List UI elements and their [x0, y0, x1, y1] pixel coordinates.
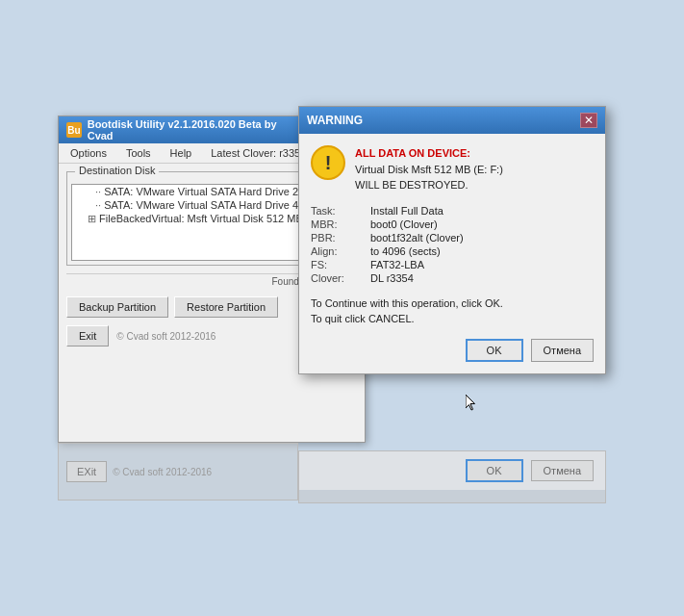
- warning-continue-text: To Continue with this operation, click O…: [311, 297, 503, 309]
- detail-task-label: Task:: [311, 205, 359, 217]
- menu-options[interactable]: Options: [66, 145, 111, 161]
- detail-task-value: Install Full Data: [370, 205, 443, 217]
- detail-mbr-label: MBR:: [311, 218, 359, 230]
- detail-align-label: Align:: [311, 245, 359, 257]
- warning-details: Task: Install Full Data MBR: boot0 (Clov…: [311, 205, 594, 284]
- warning-top-section: ! ALL DATA ON DEVICE: Virtual Disk Msft …: [311, 145, 594, 193]
- detail-task: Task: Install Full Data: [311, 205, 594, 217]
- detail-mbr: MBR: boot0 (Clover): [311, 218, 594, 230]
- detail-pbr-label: PBR:: [311, 232, 359, 244]
- detail-clover: Clover: DL r3354: [311, 272, 594, 284]
- destination-disk-label: Destination Disk: [75, 165, 159, 176]
- footer-copyright: © Cvad soft 2012-2016: [116, 331, 215, 342]
- detail-align-value: to 4096 (sects): [370, 245, 441, 257]
- ok-button[interactable]: OK: [466, 339, 523, 362]
- warning-line3: WILL BE DESTROYED.: [355, 179, 469, 191]
- warning-line2: Virtual Disk Msft 512 MB (E: F:): [355, 164, 503, 175]
- warning-title: WARNING: [307, 114, 363, 127]
- warning-highlight: ALL DATA ON DEVICE:: [355, 147, 470, 159]
- warning-footer-text: To Continue with this operation, click O…: [311, 295, 594, 327]
- warning-close-button[interactable]: ✕: [580, 113, 597, 128]
- detail-fs: FS: FAT32-LBA: [311, 259, 594, 270]
- menu-clover: Latest Clover: r3354: [207, 145, 310, 161]
- warning-icon: !: [311, 145, 345, 180]
- shadow-cancel-button: Отмена: [531, 460, 594, 481]
- backup-partition-button[interactable]: Backup Partition: [66, 296, 168, 318]
- app-icon: Bu: [66, 122, 82, 138]
- shadow-main-window: EXit © Cvad soft 2012-2016: [58, 443, 298, 500]
- warning-titlebar: WARNING ✕: [299, 107, 605, 134]
- cancel-button[interactable]: Отмена: [531, 339, 594, 362]
- menu-tools[interactable]: Tools: [122, 145, 155, 161]
- shadow-exit-button: EXit: [66, 461, 107, 482]
- detail-pbr-value: boot1f32alt (Clover): [370, 232, 464, 244]
- detail-fs-label: FS:: [311, 259, 359, 270]
- detail-mbr-value: boot0 (Clover): [370, 218, 438, 230]
- warning-quit-text: To quit click CANCEL.: [311, 313, 415, 324]
- restore-partition-button[interactable]: Restore Partition: [174, 296, 278, 318]
- shadow-ok-button: OK: [466, 459, 523, 482]
- warning-main-text: ALL DATA ON DEVICE: Virtual Disk Msft 51…: [355, 145, 503, 193]
- warning-body: ! ALL DATA ON DEVICE: Virtual Disk Msft …: [299, 134, 605, 373]
- mouse-cursor: [466, 395, 477, 412]
- detail-clover-value: DL r3354: [370, 272, 414, 284]
- menu-help[interactable]: Help: [166, 145, 196, 161]
- warning-buttons: OK Отмена: [311, 339, 594, 362]
- detail-pbr: PBR: boot1f32alt (Clover): [311, 232, 594, 244]
- shadow-warning-dialog: OK Отмена: [298, 450, 606, 503]
- detail-clover-label: Clover:: [311, 272, 359, 284]
- detail-fs-value: FAT32-LBA: [370, 259, 424, 270]
- main-title: Bootdisk Utility v2.1.2016.020 Beta by C…: [88, 118, 301, 141]
- exit-button[interactable]: Exit: [66, 325, 109, 346]
- warning-dialog: WARNING ✕ ! ALL DATA ON DEVICE: Virtual …: [298, 106, 606, 374]
- shadow-footer-text: © Cvad soft 2012-2016: [113, 467, 212, 477]
- detail-align: Align: to 4096 (sects): [311, 245, 594, 257]
